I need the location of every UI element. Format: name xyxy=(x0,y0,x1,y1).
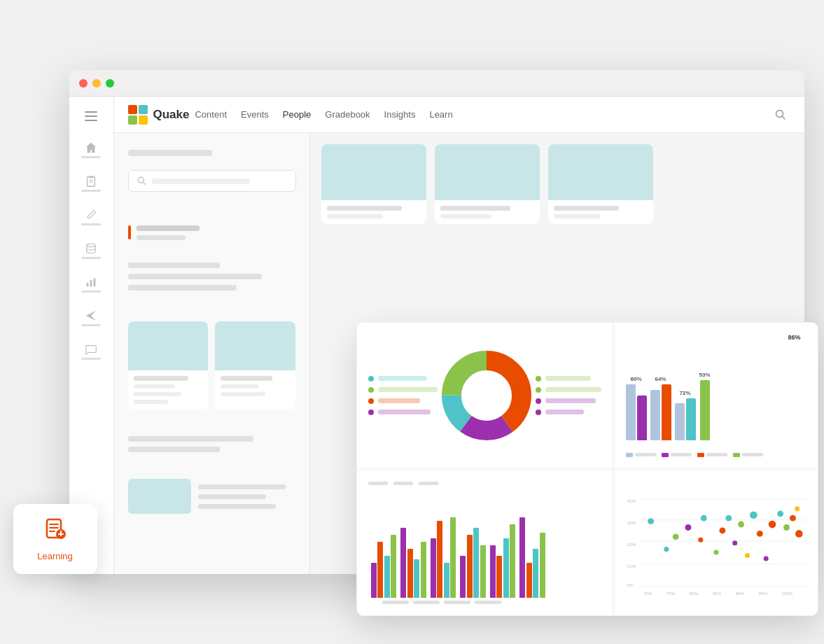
bars-3 xyxy=(675,398,696,440)
section-title xyxy=(137,225,200,231)
card-sm-1-image xyxy=(128,479,191,514)
section-text xyxy=(137,225,295,240)
row-3 xyxy=(128,285,237,290)
svg-rect-12 xyxy=(139,105,148,114)
sidebar-item-message[interactable] xyxy=(76,337,106,365)
svg-text:40%: 40% xyxy=(627,498,636,503)
svg-text:70%: 70% xyxy=(643,590,652,595)
svg-text:90%: 90% xyxy=(735,590,744,595)
sidebar-left xyxy=(69,97,114,574)
legend-bar-4 xyxy=(378,410,431,414)
sidebar-clipboard-label xyxy=(81,190,101,192)
bl-3 xyxy=(697,453,727,457)
svg-point-60 xyxy=(795,506,799,511)
sidebar-send-label xyxy=(81,324,101,326)
donut-chart-quad xyxy=(356,322,613,469)
maximize-button[interactable] xyxy=(106,79,114,88)
cc-2-t1 xyxy=(440,206,511,211)
search-placeholder xyxy=(152,178,250,184)
gb-6-3 xyxy=(533,549,538,598)
svg-point-54 xyxy=(756,530,762,536)
gb-2-4 xyxy=(421,542,426,598)
gb-1-2 xyxy=(377,542,383,598)
sidebar-item-clipboard[interactable] xyxy=(76,169,106,197)
gb-4-4 xyxy=(480,545,486,598)
gb-3-4 xyxy=(450,517,456,598)
learning-icon xyxy=(43,517,67,545)
bl-dot-2 xyxy=(662,453,669,457)
sidebar-message-label xyxy=(81,358,101,360)
sidebar-item-stack[interactable] xyxy=(76,237,106,265)
close-button[interactable] xyxy=(79,79,88,88)
sidebar-chart-label xyxy=(81,290,101,293)
logo-text: Quake xyxy=(153,108,190,122)
card-sm-1 xyxy=(128,479,191,514)
logo-area: Quake xyxy=(128,105,190,125)
xl-2 xyxy=(413,601,440,604)
grouped-legend xyxy=(368,482,601,485)
search-icon-inner xyxy=(137,176,146,186)
bar-2a xyxy=(650,390,660,440)
sidebar-item-chart[interactable] xyxy=(76,270,106,298)
gb-3-2 xyxy=(437,521,442,598)
card-2-title xyxy=(221,376,272,381)
legend-dot-3 xyxy=(368,398,374,404)
csm-t3 xyxy=(198,504,276,509)
svg-point-48 xyxy=(719,527,725,533)
bars-2 xyxy=(650,384,671,440)
learning-card[interactable]: Learning xyxy=(13,504,97,574)
bl-text-3 xyxy=(706,453,727,456)
nav-gradebook[interactable]: Gradebook xyxy=(325,109,370,120)
bar-chart-inner: 86% 80% 64% xyxy=(626,334,806,457)
svg-line-18 xyxy=(143,183,145,185)
svg-text:100%: 100% xyxy=(781,590,792,595)
gb-6-2 xyxy=(526,563,532,598)
minimize-button[interactable] xyxy=(92,79,101,88)
svg-point-52 xyxy=(744,552,749,557)
svg-point-7 xyxy=(87,244,96,247)
gb-1 xyxy=(371,535,397,598)
cc-2-body xyxy=(435,200,540,224)
legend-item-2 xyxy=(368,387,438,393)
gb-6-4 xyxy=(540,533,545,598)
bl-2 xyxy=(662,453,692,457)
legend-right-dot-3 xyxy=(536,398,541,404)
svg-point-51 xyxy=(738,521,744,527)
bars-1 xyxy=(626,384,647,440)
donut-legend-right xyxy=(536,376,601,415)
gb-3-1 xyxy=(431,538,436,598)
legend-bar-3 xyxy=(378,398,420,403)
legend-right-bar-4 xyxy=(545,410,584,414)
search-bar[interactable] xyxy=(128,170,296,192)
gb-4-1 xyxy=(460,556,466,598)
nav-people[interactable]: People xyxy=(283,109,311,120)
search-icon[interactable] xyxy=(771,105,790,125)
legend-right-dot-2 xyxy=(536,387,541,393)
legend-right-dot-1 xyxy=(536,376,541,382)
card-2-sub xyxy=(221,384,258,388)
svg-rect-13 xyxy=(128,115,137,125)
card-2 xyxy=(215,321,295,410)
nav-learn[interactable]: Learn xyxy=(429,109,452,120)
xl-4 xyxy=(475,601,501,604)
cc-1 xyxy=(321,144,426,224)
svg-rect-2 xyxy=(85,120,97,121)
svg-text:0%: 0% xyxy=(627,582,633,587)
bar-1a xyxy=(626,384,636,440)
nav-events[interactable]: Events xyxy=(241,109,269,120)
browser-titlebar xyxy=(69,70,804,97)
card-1-body xyxy=(128,370,209,410)
nav-insights[interactable]: Insights xyxy=(384,109,416,120)
logo-icon xyxy=(128,105,148,125)
gb-1-3 xyxy=(384,556,390,598)
cc-1-image xyxy=(321,144,426,200)
svg-point-23 xyxy=(462,371,511,420)
hamburger-icon[interactable] xyxy=(80,105,102,127)
sidebar-item-send[interactable] xyxy=(76,304,106,332)
sidebar-item-home[interactable] xyxy=(76,136,106,164)
bl-text-2 xyxy=(671,453,692,456)
legend-right-bar-1 xyxy=(545,376,591,381)
gb-2-2 xyxy=(407,549,413,598)
nav-content[interactable]: Content xyxy=(195,109,227,120)
sidebar-item-edit[interactable] xyxy=(76,203,106,231)
